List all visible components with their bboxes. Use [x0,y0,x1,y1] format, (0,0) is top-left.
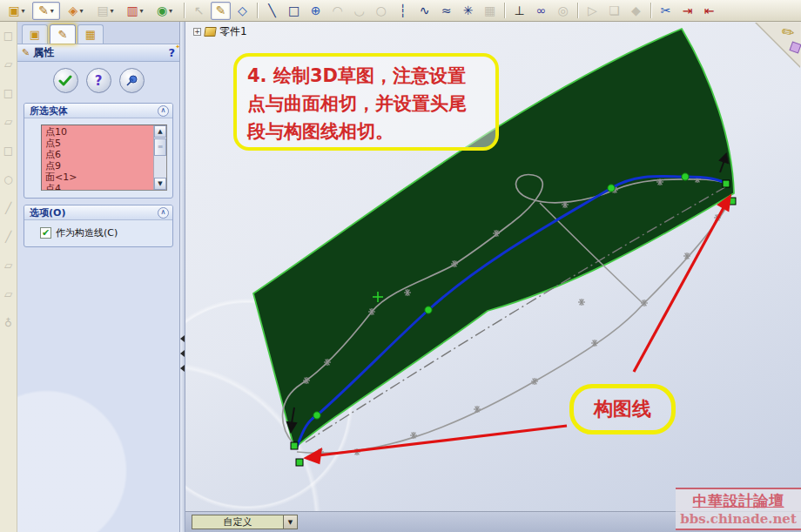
offset-entities-button[interactable]: ❏ [604,2,624,20]
toolbar-button-icon: ⇤ [704,4,715,17]
selected-entity-item[interactable]: 点9 [42,160,152,172]
split-entities-button[interactable]: ⇤ [699,2,719,20]
rectangle-tool-button[interactable]: □ [284,2,304,20]
check-icon [58,75,72,87]
mirror-entities-button[interactable]: ▷ [582,2,602,20]
selected-entity-item[interactable]: 面<1> [42,172,152,183]
add-relation-button[interactable]: ⊥ [509,2,529,20]
toolbar-button-icon: ◡ [353,4,364,17]
features-toolbar-button-9[interactable]: ▱ [2,259,16,273]
feature-tool-icon: ▱ [4,59,12,70]
tree-expand-icon[interactable]: + [193,28,201,36]
trim-entities-button[interactable]: ✂ [656,2,676,20]
rebuild-button[interactable]: ▥ [121,2,149,20]
point-tool-button[interactable]: ✳ [458,2,478,20]
features-toolbar-button-1[interactable]: □ [2,29,16,43]
features-toolbar-button-3[interactable]: □ [2,86,16,100]
feature-tool-icon: ▱ [4,117,12,127]
toolbar-button-icon: ◇ [238,4,247,17]
combobox-dropdown-icon[interactable]: ▼ [283,515,297,529]
line-tool-button[interactable]: ╲ [262,2,282,20]
sketch-text-tool-button[interactable]: ▦ [480,2,500,20]
spline-tool-button[interactable]: ∿ [414,2,434,20]
panel-tab-icon: ▦ [85,28,96,41]
features-toolbar-button-4[interactable]: ▱ [2,115,16,129]
print-preview-button[interactable]: ▤ [91,2,119,20]
feature-tool-icon: □ [3,88,13,98]
collapse-arrow-icon [180,350,185,357]
centerpoint-arc-tool-button[interactable]: ◠ [327,2,347,20]
centerline-tool-button[interactable]: ┆ [393,2,413,20]
feature-tool-icon: ╱ [5,203,11,213]
toolbar-button-icon: ▥ [126,4,138,17]
construction-line-callout: 构图线 [569,384,676,434]
features-toolbar-button-8[interactable]: ╱ [2,230,16,244]
listbox-scrollbar[interactable]: ▲ ▼ [153,125,166,190]
toolbar-button-icon: ▣ [8,4,19,17]
tab-configuration-manager[interactable]: ▦ [77,24,104,44]
spline-on-surface-tool-button[interactable]: ≈ [436,2,456,20]
open-document-button[interactable]: ▣ [3,2,30,20]
feature-tool-icon: ○ [3,174,12,185]
graphics-viewport[interactable]: + 零件1 ✎ 4. 绘制3D草图，注意设置 点与曲面相切，并设置头尾 段与构图… [185,22,801,532]
sketch-pencil-button[interactable]: ✎ [211,2,231,20]
features-toolbar-button-2[interactable]: ▱ [2,57,16,71]
extend-entities-button[interactable]: ⇥ [677,2,697,20]
options-header[interactable]: 选项(O) ∧ [24,205,172,220]
scrollbar-thumb[interactable] [154,138,166,156]
selected-entities-listbox[interactable]: 点10 点5 点6 点9 面<1> 点4 ▲ ▼ [41,125,167,191]
toolbar-button-icon: ◉ [157,4,167,17]
display-relations-button[interactable]: ∞ [531,2,551,20]
ok-button[interactable] [53,68,78,93]
panel-tab-strip: ▣ ✎ ▦ [17,22,179,44]
selected-entity-item[interactable]: 点4 [42,183,152,191]
selected-entity-item[interactable]: 点6 [42,149,152,160]
tab-feature-manager[interactable]: ▣ [22,24,48,44]
toolbar-button-icon: ✎ [38,4,49,17]
scroll-up-button[interactable]: ▲ [154,125,166,138]
panel-action-buttons: ? [17,62,179,98]
panel-tab-icon: ✎ [58,28,68,41]
toolbar-button[interactable] [575,2,581,20]
selected-entity-item[interactable]: 点10 [42,126,152,138]
tab-property-manager[interactable]: ✎ [50,24,76,44]
selected-entities-header[interactable]: 所选实体 ∧ [24,104,172,118]
scroll-down-button[interactable]: ▼ [154,178,166,190]
circle-tool-button[interactable]: ⊕ [306,2,326,20]
toolbar-button-icon: ◆ [631,4,641,17]
annotation-line-2: 点与曲面相切，并设置头尾 [247,90,485,118]
rapid-sketch-button[interactable]: ◎ [553,2,573,20]
pin-button[interactable] [119,68,145,93]
toolbar-button-icon: ✳ [463,4,474,17]
toolbar-customize-combobox[interactable]: 自定义 ▼ [192,515,298,529]
ellipse-tool-button[interactable]: ○ [371,2,391,20]
help-icon[interactable]: ? [168,46,175,59]
toolbar-button[interactable] [254,2,260,20]
sketch-button[interactable]: ✎ [32,2,60,20]
features-toolbar-button-6[interactable]: ○ [2,172,16,186]
features-toolbar-button-10[interactable]: ▱ [2,287,16,301]
collapse-chevron-icon[interactable]: ∧ [158,207,169,219]
features-toolbar-button-7[interactable]: ╱ [2,201,16,215]
feature-tool-icon: ▱ [4,289,12,300]
view-orientation-button[interactable]: ◉ [151,2,178,20]
toolbar-button-icon: ▷ [588,4,597,17]
selection-filter-button[interactable]: ◈ [62,2,90,20]
select-tool-button[interactable]: ↖ [189,2,209,20]
toolbar-button-icon: ⇥ [683,4,693,17]
collapse-chevron-icon[interactable]: ∧ [158,105,169,117]
toolbar-button[interactable] [501,2,508,20]
property-manager-panel: ▣ ✎ ▦ ✎ 属性 ? ? [17,22,180,532]
features-toolbar-button-5[interactable]: □ [2,144,16,158]
toolbar-button[interactable] [648,2,654,20]
selected-entity-item[interactable]: 点5 [42,138,152,149]
convert-entities-button[interactable]: ◆ [626,2,646,20]
tree-item-label[interactable]: 零件1 [219,24,247,39]
construction-line-checkbox[interactable] [40,227,51,239]
sketch-plane-button[interactable]: ◇ [232,2,252,20]
tangent-arc-tool-button[interactable]: ◡ [349,2,369,20]
help-button[interactable]: ? [86,68,111,93]
annotation-line-1: 4. 绘制3D草图，注意设置 [247,62,485,90]
toolbar-button-icon: ✎ [216,4,226,17]
features-toolbar-button-11[interactable]: ♁ [2,316,16,330]
